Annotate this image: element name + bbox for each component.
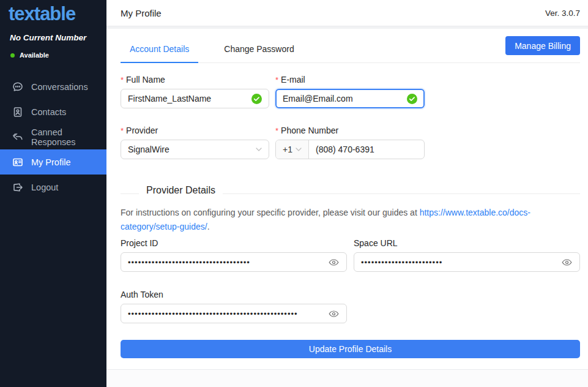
page-title: My Profile — [121, 8, 162, 18]
phone-input-group: +1 (808) 470-6391 — [275, 140, 425, 159]
current-number-label: No Current Number — [10, 33, 106, 42]
email-input[interactable]: Email@Email.com — [275, 89, 425, 108]
logout-icon — [12, 182, 23, 193]
tab-change-password[interactable]: Change Password — [215, 36, 303, 63]
footer-space — [106, 370, 588, 387]
profile-card: Account Details Change Password Manage B… — [106, 29, 588, 370]
contacts-icon — [12, 107, 23, 118]
sidebar: textable No Current Number Available Con… — [0, 0, 106, 387]
availability-status: Available — [10, 51, 106, 59]
account-form: *Full Name FirstName_LastName *E-mail Em… — [121, 75, 580, 159]
tabs-row: Account Details Change Password Manage B… — [121, 29, 580, 63]
status-label: Available — [20, 51, 49, 59]
project-id-label: Project ID — [121, 238, 347, 248]
manage-billing-button[interactable]: Manage Billing — [505, 36, 580, 55]
canned-responses-icon — [12, 132, 23, 143]
sidebar-item-logout[interactable]: Logout — [0, 175, 106, 200]
full-name-input[interactable]: FirstName_LastName — [121, 89, 269, 108]
email-label: *E-mail — [275, 75, 425, 85]
provider-instructions: For instructions on configuring your spe… — [121, 206, 580, 233]
auth-token-label: Auth Token — [121, 290, 347, 299]
required-marker: * — [121, 126, 124, 135]
tab-account-details[interactable]: Account Details — [121, 36, 198, 63]
provider-field: *Provider SignalWire — [121, 126, 269, 159]
space-url-input[interactable]: •••••••••••••••••••••••• — [354, 252, 580, 272]
sidebar-nav: Conversations Contacts Canned Responses … — [0, 74, 106, 200]
eye-icon[interactable] — [329, 308, 340, 319]
instructions-suffix: . — [207, 222, 210, 231]
page-header: My Profile Ver. 3.0.7 — [106, 0, 588, 26]
phone-label: *Phone Number — [275, 126, 425, 135]
main-area: My Profile Ver. 3.0.7 Account Details Ch… — [106, 0, 588, 387]
full-name-value: FirstName_LastName — [128, 94, 247, 103]
sidebar-item-conversations[interactable]: Conversations — [0, 74, 106, 99]
sidebar-item-label: Logout — [31, 182, 58, 192]
sidebar-item-label: Canned Responses — [31, 127, 106, 147]
chevron-down-icon — [256, 148, 262, 151]
phone-number-value: (808) 470-6391 — [316, 145, 374, 154]
instructions-text: For instructions on configuring your spe… — [121, 208, 420, 217]
full-name-field: *Full Name FirstName_LastName — [121, 75, 269, 108]
phone-number-input[interactable]: (808) 470-6391 — [309, 140, 424, 159]
sidebar-item-label: Conversations — [31, 82, 88, 92]
sidebar-item-label: Contacts — [31, 107, 66, 117]
version-label: Ver. 3.0.7 — [545, 9, 580, 18]
project-id-field: Project ID •••••••••••••••••••••••••••••… — [121, 238, 347, 272]
sidebar-item-my-profile[interactable]: My Profile — [0, 149, 106, 175]
required-marker: * — [121, 75, 124, 85]
valid-check-icon — [407, 94, 417, 104]
email-field: *E-mail Email@Email.com — [275, 75, 425, 108]
phone-field: *Phone Number +1 (808) 470-6391 — [275, 126, 425, 159]
project-id-value: •••••••••••••••••••••••••••••••••••• — [128, 258, 324, 266]
credentials-form: Project ID •••••••••••••••••••••••••••••… — [121, 238, 580, 323]
space-url-field: Space URL •••••••••••••••••••••••• — [354, 238, 580, 272]
country-code-select[interactable]: +1 — [276, 140, 309, 159]
auth-token-field: Auth Token •••••••••••••••••••••••••••••… — [121, 290, 347, 323]
required-marker: * — [275, 126, 278, 135]
update-profile-button[interactable]: Update Profile Details — [121, 340, 580, 358]
country-code-value: +1 — [283, 145, 292, 154]
valid-check-icon — [251, 94, 262, 104]
required-marker: * — [275, 75, 278, 85]
provider-details-divider: Provider Details — [121, 185, 580, 196]
sidebar-item-contacts[interactable]: Contacts — [0, 99, 106, 124]
provider-label: *Provider — [121, 126, 269, 135]
space-url-value: •••••••••••••••••••••••• — [361, 258, 557, 266]
eye-icon[interactable] — [329, 257, 340, 268]
sidebar-item-canned-responses[interactable]: Canned Responses — [0, 124, 106, 149]
eye-icon[interactable] — [562, 257, 573, 268]
chevron-down-icon — [296, 148, 302, 151]
space-url-label: Space URL — [354, 238, 580, 248]
provider-select[interactable]: SignalWire — [121, 140, 269, 159]
my-profile-icon — [12, 157, 23, 168]
sidebar-item-label: My Profile — [31, 157, 70, 167]
provider-details-heading: Provider Details — [139, 185, 223, 196]
app-logo: textable — [9, 3, 106, 25]
project-id-input[interactable]: •••••••••••••••••••••••••••••••••••• — [121, 252, 347, 272]
full-name-label: *Full Name — [121, 75, 269, 85]
auth-token-value: ••••••••••••••••••••••••••••••••••••••••… — [128, 310, 324, 318]
conversations-icon — [12, 81, 23, 92]
auth-token-input[interactable]: ••••••••••••••••••••••••••••••••••••••••… — [121, 304, 347, 323]
provider-value: SignalWire — [128, 145, 256, 154]
email-value: Email@Email.com — [283, 94, 402, 103]
status-dot-icon — [10, 53, 15, 58]
tab-bar: Account Details Change Password — [121, 29, 320, 62]
